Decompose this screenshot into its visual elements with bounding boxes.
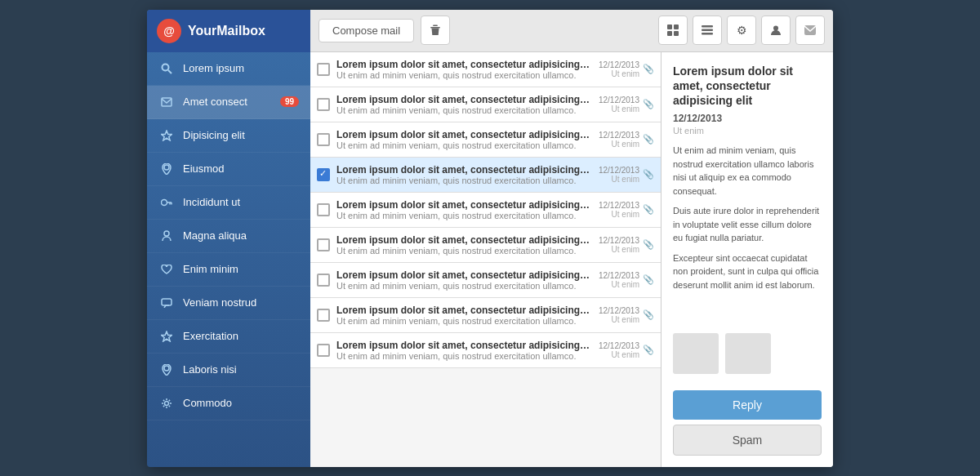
svg-rect-22	[702, 33, 713, 35]
email-checkbox[interactable]	[317, 168, 330, 181]
sidebar-item-search[interactable]: Lorem ipsum	[147, 52, 310, 86]
svg-point-5	[162, 199, 167, 205]
sidebar-item-key[interactable]: Incididunt ut	[147, 186, 310, 220]
email-sender: Ut enim	[612, 315, 639, 324]
sidebar-item-location[interactable]: Eiusmod	[147, 153, 310, 186]
email-preview: Ut enim ad minim veniam, quis nostrud ex…	[336, 211, 592, 220]
email-date: 12/12/2013	[599, 201, 639, 210]
email-checkbox[interactable]	[317, 238, 330, 251]
star-icon	[158, 328, 175, 345]
sidebar-header: YourMailbox	[147, 10, 310, 52]
preview-date: 12/12/2013	[673, 113, 822, 124]
email-date: 12/12/2013	[599, 60, 639, 69]
email-checkbox[interactable]	[317, 309, 330, 322]
profile-button[interactable]	[761, 16, 791, 45]
svg-rect-16	[667, 24, 672, 29]
email-sender: Ut enim	[612, 245, 639, 254]
email-preview: Ut enim ad minim veniam, quis nostrud ex…	[336, 351, 592, 361]
sidebar-item-chat[interactable]: Veniam nostrud	[147, 287, 310, 320]
email-sender: Ut enim	[612, 175, 639, 184]
email-meta: 12/12/2013 Ut enim	[599, 271, 639, 289]
email-row[interactable]: Lorem ipsum dolor sit amet, consectetur …	[310, 158, 661, 193]
settings-button[interactable]: ⚙	[727, 16, 756, 45]
sidebar-nav: Lorem ipsum Amet consect 99 Dipisicing e…	[147, 52, 310, 420]
attachment-icon: 📎	[643, 274, 654, 285]
svg-rect-20	[702, 25, 713, 28]
email-row[interactable]: Lorem ipsum dolor sit amet, consectetur …	[310, 87, 661, 122]
svg-point-0	[163, 64, 169, 70]
person-icon	[158, 228, 175, 244]
svg-rect-21	[702, 29, 713, 32]
email-preview: Ut enim ad minim veniam, quis nostrud ex…	[336, 70, 592, 80]
email-meta: 12/12/2013 Ut enim	[599, 131, 639, 149]
preview-pane: Lorem ipsum dolor sit amet, consectetur …	[662, 52, 833, 467]
email-sender: Ut enim	[612, 210, 639, 219]
compose-button[interactable]: Compose mail	[318, 19, 414, 42]
sidebar-item-location2[interactable]: Laboris nisi	[147, 354, 310, 387]
email-date: 12/12/2013	[599, 306, 639, 315]
email-preview: Ut enim ad minim veniam, quis nostrud ex…	[336, 246, 592, 256]
grid-icon	[667, 24, 679, 36]
app-container: YourMailbox Lorem ipsum Amet consect 99 …	[147, 10, 833, 467]
inbox-badge: 99	[280, 96, 299, 107]
logo-icon	[157, 19, 181, 43]
trash-icon	[429, 24, 442, 37]
email-date: 12/12/2013	[599, 236, 639, 245]
preview-attachments	[673, 333, 822, 374]
sidebar-item-starred[interactable]: Dipisicing elit	[147, 119, 310, 153]
mail-icon-button[interactable]	[795, 16, 825, 45]
email-row[interactable]: Lorem ipsum dolor sit amet, consectetur …	[310, 228, 661, 263]
key-icon	[158, 194, 175, 211]
chat-icon	[158, 295, 175, 311]
svg-rect-19	[674, 31, 679, 36]
svg-point-9	[164, 231, 169, 236]
email-subject: Lorem ipsum dolor sit amet, consectetur …	[336, 94, 592, 105]
sidebar-label: Commodo	[183, 397, 299, 409]
email-row[interactable]: Lorem ipsum dolor sit amet, consectetur …	[310, 122, 661, 158]
email-row[interactable]: Lorem ipsum dolor sit amet, consectetur …	[310, 263, 661, 298]
email-date: 12/12/2013	[599, 96, 639, 105]
grid-view-button[interactable]	[658, 16, 688, 45]
svg-rect-14	[430, 27, 440, 29]
list-icon	[702, 24, 713, 36]
email-checkbox[interactable]	[317, 98, 330, 111]
email-checkbox[interactable]	[317, 344, 330, 357]
attachment-icon: 📎	[643, 309, 654, 320]
email-checkbox[interactable]	[317, 133, 330, 146]
preview-actions: Reply Spam	[673, 390, 822, 456]
email-content: Lorem ipsum dolor sit amet, consectetur …	[336, 94, 592, 115]
svg-rect-18	[667, 31, 672, 36]
email-checkbox[interactable]	[317, 203, 330, 216]
email-meta: 12/12/2013 Ut enim	[599, 60, 639, 78]
email-row[interactable]: Lorem ipsum dolor sit amet, consectetur …	[310, 193, 661, 228]
toolbar-right-buttons: ⚙	[658, 16, 825, 45]
reply-button[interactable]: Reply	[673, 390, 822, 420]
email-row[interactable]: Lorem ipsum dolor sit amet, consectetur …	[310, 298, 661, 333]
email-meta: 12/12/2013 Ut enim	[599, 166, 639, 184]
email-checkbox[interactable]	[317, 274, 330, 287]
email-subject: Lorem ipsum dolor sit amet, consectetur …	[336, 199, 592, 211]
sidebar-item-star2[interactable]: Exercitation	[147, 320, 310, 354]
sidebar-item-settings[interactable]: Commodo	[147, 387, 310, 420]
location-icon	[158, 362, 175, 378]
email-sender: Ut enim	[612, 105, 639, 113]
email-sender: Ut enim	[612, 350, 639, 359]
email-checkbox[interactable]	[317, 63, 330, 76]
sidebar-item-person[interactable]: Magna aliqua	[147, 220, 310, 253]
sidebar-label: Laboris nisi	[183, 363, 299, 376]
preview-sender: Ut enim	[673, 126, 822, 136]
mail-icon	[158, 94, 175, 110]
sidebar-item-heart[interactable]: Enim minim	[147, 253, 310, 287]
delete-button[interactable]	[421, 16, 450, 45]
email-subject: Lorem ipsum dolor sit amet, consectetur …	[336, 269, 592, 281]
main-area: Compose mail	[310, 10, 833, 467]
svg-rect-15	[433, 25, 438, 27]
email-row[interactable]: Lorem ipsum dolor sit amet, consectetur …	[310, 333, 661, 368]
email-meta: 12/12/2013 Ut enim	[599, 96, 639, 113]
email-row[interactable]: Lorem ipsum dolor sit amet, consectetur …	[310, 52, 661, 87]
attachment-icon: 📎	[643, 169, 654, 180]
preview-body: Ut enim ad minim veniam, quis nostrud ex…	[673, 144, 822, 324]
spam-button[interactable]: Spam	[673, 425, 822, 456]
sidebar-item-inbox[interactable]: Amet consect 99	[147, 86, 310, 119]
list-view-button[interactable]	[693, 16, 722, 45]
